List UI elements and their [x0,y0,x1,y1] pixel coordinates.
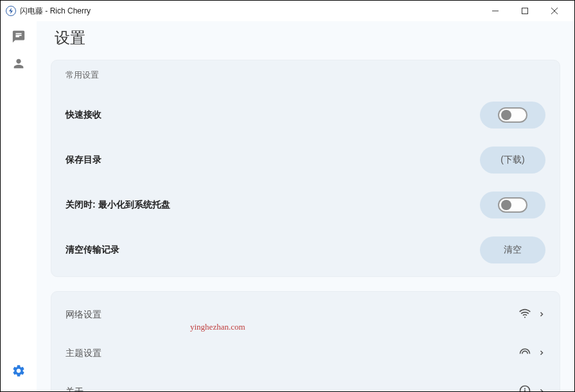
fast-receive-toggle-button[interactable] [480,102,545,129]
chevron-right-icon [538,309,545,321]
clear-log-button[interactable]: 清空 [480,236,545,263]
maximize-button[interactable] [510,1,540,21]
window-title: 闪电藤 - Rich Cherry [20,6,481,17]
app-icon [6,6,16,16]
info-icon [518,384,531,391]
network-settings-row[interactable]: 网络设置 [66,296,545,334]
chevron-right-icon [538,386,545,391]
toggle-off-icon [498,107,527,123]
close-button[interactable] [540,1,569,21]
settings-icon[interactable] [11,363,26,379]
window-controls [481,1,569,21]
fast-receive-label: 快速接收 [66,109,102,121]
svg-rect-2 [522,8,528,14]
save-dir-label: 保存目录 [66,154,102,166]
sidebar [1,21,37,391]
main-content: 设置 常用设置 快速接收 保存目录 (下载) 关闭时: 最小化到系统托盘 [37,21,574,391]
theme-settings-row[interactable]: 主题设置 [66,334,545,373]
page-title: 设置 [55,28,560,48]
save-dir-row: 保存目录 (下载) [66,138,545,183]
close-behavior-label: 关闭时: 最小化到系统托盘 [66,199,170,211]
network-label: 网络设置 [66,309,102,321]
common-settings-card: 常用设置 快速接收 保存目录 (下载) 关闭时: 最小化到系统托盘 清空传输记录 [51,60,560,277]
wifi-icon [518,307,531,323]
common-section-label: 常用设置 [66,69,545,81]
theme-label: 主题设置 [66,348,102,359]
save-dir-button[interactable]: (下载) [480,147,545,174]
close-behavior-toggle-button[interactable] [480,192,545,218]
about-label: 关于 [66,386,84,391]
about-row[interactable]: 关于 [66,373,545,391]
svg-point-5 [524,317,526,318]
chat-icon[interactable] [11,29,26,44]
other-settings-card: 网络设置 主题设置 [51,291,560,391]
clear-log-label: 清空传输记录 [66,244,119,256]
titlebar: 闪电藤 - Rich Cherry [1,1,574,21]
theme-icon [518,346,531,361]
fast-receive-row: 快速接收 [66,93,545,138]
minimize-button[interactable] [481,1,510,21]
clear-log-row: 清空传输记录 清空 [66,227,545,272]
person-icon[interactable] [11,56,26,71]
chevron-right-icon [538,348,545,359]
toggle-off-icon [498,197,527,213]
close-behavior-row: 关闭时: 最小化到系统托盘 [66,183,545,227]
